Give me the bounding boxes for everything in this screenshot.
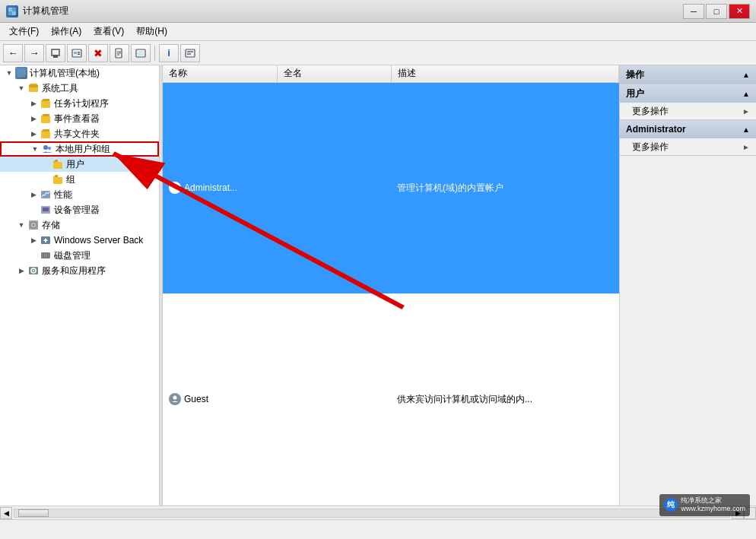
expander-shares: ▶ (27, 128, 40, 140)
expander-storage: ▼ (15, 219, 27, 231)
chevron-actions[interactable]: ▲ (742, 71, 750, 79)
users-folder-icon (52, 158, 64, 170)
expander-events: ▶ (27, 113, 40, 125)
svg-marker-24 (29, 84, 37, 85)
expander-root: ▼ (3, 67, 15, 79)
table-row[interactable]: Administrat... 管理计算机(域)的内置帐户 (163, 82, 619, 293)
up-button[interactable] (46, 44, 65, 62)
svg-rect-5 (53, 55, 58, 58)
sidebar-label-diskmgr: 磁盘管理 (54, 249, 91, 262)
scroll-thumb[interactable] (18, 509, 49, 517)
sidebar-label-events: 事件查看器 (54, 113, 100, 125)
sidebar-label-devmgr: 设备管理器 (54, 204, 100, 217)
svg-rect-23 (29, 85, 38, 87)
sidebar-item-tasks[interactable]: ▶ 任务计划程序 (0, 96, 159, 111)
title-text: 计算机管理 (23, 5, 68, 17)
scroll-track (14, 509, 730, 518)
svg-point-31 (43, 145, 48, 150)
svg-marker-36 (53, 175, 58, 177)
svg-marker-28 (41, 114, 49, 116)
cell-fullname (277, 293, 391, 505)
expander-services: ▶ (15, 265, 27, 277)
menu-action[interactable]: 操作(A) (45, 24, 87, 40)
sidebar: ▼ 计算机管理(本地) ▼ 系统工具 ▶ (0, 65, 160, 506)
panel-item-more-actions-users[interactable]: 更多操作 ► (620, 103, 756, 119)
tools-icon (27, 82, 40, 94)
extra-button[interactable] (180, 44, 200, 62)
info-button[interactable]: i (159, 44, 179, 62)
show-button[interactable] (67, 44, 87, 62)
sidebar-item-events[interactable]: ▶ 事件查看器 (0, 111, 159, 126)
sidebar-item-localusers[interactable]: ▼ 本地用户和组 (0, 141, 159, 157)
sidebar-item-tools[interactable]: ▼ 系统工具 (0, 81, 159, 96)
table-row[interactable]: Guest 供来宾访问计算机或访问域的内... (163, 293, 619, 505)
sidebar-item-diskmgr[interactable]: 磁盘管理 (0, 248, 159, 263)
svg-rect-15 (138, 51, 144, 55)
sidebar-item-groups[interactable]: 组 (0, 172, 159, 187)
back-button[interactable]: ← (3, 44, 23, 62)
sidebar-item-devmgr[interactable]: 设备管理器 (0, 202, 159, 217)
svg-rect-35 (53, 177, 62, 184)
cell-description: 供来宾访问计算机或访问域的内... (391, 293, 619, 505)
panel-title-users: 用户 (626, 87, 644, 100)
chevron-administrator[interactable]: ▲ (742, 125, 750, 134)
user-icon (169, 182, 181, 194)
diskmgr-icon (40, 249, 52, 262)
title-bar: 计算机管理 ─ □ ✕ (0, 0, 756, 23)
storage-icon (27, 219, 40, 231)
minimize-button[interactable]: ─ (683, 4, 704, 19)
expander-localusers: ▼ (29, 143, 41, 155)
sidebar-label-tasks: 任务计划程序 (54, 97, 109, 110)
forward-button[interactable]: → (24, 44, 44, 62)
panel-header-administrator: Administrator ▲ (620, 120, 756, 138)
scrollbar-horizontal: ◀ ▶ (0, 506, 756, 519)
right-panel: 操作 ▲ 用户 ▲ 更多操作 ► Administrator ▲ (619, 65, 756, 506)
expander-tools: ▼ (15, 82, 27, 94)
panel-item-more-actions-admin[interactable]: 更多操作 ► (620, 138, 756, 155)
chevron-users[interactable]: ▲ (742, 90, 750, 98)
status-bar (0, 519, 756, 536)
delete-button[interactable]: ✖ (88, 44, 108, 62)
panel-header-actions: 操作 ▲ (620, 65, 756, 84)
arrow-icon-admin: ► (742, 143, 750, 151)
tasks-icon (40, 97, 52, 109)
sidebar-item-services[interactable]: ▶ 服务和应用程序 (0, 263, 159, 278)
panel-header-users: 用户 ▲ (620, 84, 756, 103)
expander-winback: ▶ (27, 234, 40, 246)
svg-point-50 (173, 185, 177, 189)
sidebar-label-winback: Windows Server Back (54, 235, 143, 246)
menu-view[interactable]: 查看(V) (87, 24, 130, 40)
winback-icon (40, 234, 52, 246)
menu-file[interactable]: 文件(F) (3, 24, 45, 40)
sidebar-item-storage[interactable]: ▼ 存储 (0, 217, 159, 233)
toolbar: ← → ✖ i (0, 41, 756, 65)
svg-marker-34 (53, 160, 58, 162)
sidebar-item-users[interactable]: 用户 (0, 157, 159, 172)
cell-description: 管理计算机(域)的内置帐户 (391, 82, 619, 293)
sidebar-item-shares[interactable]: ▶ 共享文件夹 (0, 126, 159, 141)
events-icon (40, 113, 52, 125)
svg-rect-4 (52, 49, 59, 55)
export-button[interactable] (110, 44, 129, 62)
scroll-left-button[interactable]: ◀ (0, 507, 12, 519)
close-button[interactable]: ✕ (729, 4, 750, 19)
expander-perf: ▶ (27, 189, 40, 201)
menu-help[interactable]: 帮助(H) (130, 24, 173, 40)
col-description[interactable]: 描述 (391, 65, 619, 82)
col-name[interactable]: 名称 (163, 65, 277, 82)
sidebar-item-root[interactable]: ▼ 计算机管理(本地) (0, 65, 159, 81)
sidebar-label-groups: 组 (66, 173, 75, 186)
svg-rect-18 (187, 53, 191, 55)
separator (154, 46, 155, 61)
sidebar-label-users: 用户 (66, 158, 84, 171)
col-fullname[interactable]: 全名 (277, 65, 391, 82)
sidebar-item-perf[interactable]: ▶ 性能 (0, 187, 159, 202)
svg-rect-2 (8, 11, 12, 15)
maximize-button[interactable]: □ (706, 4, 727, 19)
sidebar-item-winback[interactable]: ▶ Windows Server Back (0, 233, 159, 248)
import-button[interactable] (131, 44, 151, 62)
panel-section-users: 用户 ▲ 更多操作 ► (620, 84, 756, 120)
sidebar-label-storage: 存储 (42, 219, 60, 232)
svg-rect-3 (12, 11, 16, 15)
user-guest-icon (169, 393, 181, 405)
